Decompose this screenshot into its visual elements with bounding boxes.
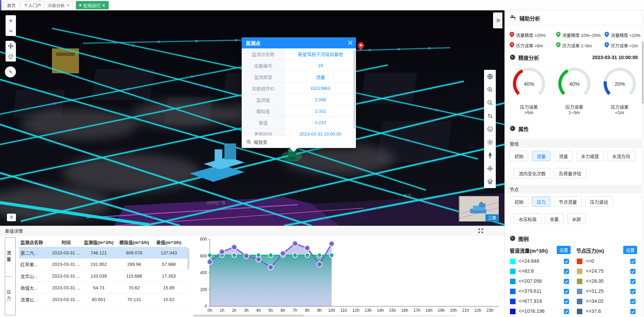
checkbox-checked-icon[interactable] bbox=[564, 259, 569, 264]
table-cell: 2023-03-31 ... bbox=[51, 273, 81, 279]
legend-swatch bbox=[577, 269, 582, 274]
checkbox-checked-icon[interactable] bbox=[564, 279, 569, 284]
layers-icon[interactable] bbox=[484, 175, 496, 188]
legend-item-label: <=677.919 bbox=[519, 298, 542, 304]
checkbox-checked-icon[interactable] bbox=[630, 269, 636, 274]
table-row[interactable]: 第二汽...2023-03-31 ...746.121609.078137.04… bbox=[19, 247, 187, 259]
property-button[interactable]: 负荷量评估 bbox=[554, 168, 586, 178]
property-button[interactable]: 压力 bbox=[532, 196, 551, 207]
checkbox-checked-icon[interactable] bbox=[564, 289, 569, 294]
metric-tab[interactable]: 流量 bbox=[5, 237, 12, 276]
rotate-icon[interactable] bbox=[6, 51, 16, 62]
sidebar-scrollbar[interactable] bbox=[642, 10, 644, 317]
map-nav-control bbox=[6, 41, 16, 62]
collapse-panel-down-button[interactable] bbox=[7, 214, 16, 221]
nav-tab[interactable]: 在线运行 bbox=[76, 1, 109, 9]
checkbox-checked-icon[interactable] bbox=[630, 299, 636, 304]
compass-icon[interactable] bbox=[484, 149, 496, 162]
expand-icon[interactable] bbox=[478, 228, 484, 235]
property-button[interactable]: 水龄 bbox=[567, 214, 586, 224]
compass-reset-button[interactable] bbox=[5, 66, 16, 77]
checkbox-checked-icon[interactable] bbox=[630, 289, 636, 294]
table-cell: 10.52 bbox=[152, 297, 185, 302]
metric-tab[interactable]: 压力 bbox=[5, 276, 12, 315]
gauge-label-line2: >5m bbox=[507, 110, 551, 115]
map-3d-viewport[interactable]: 大时代广场 集团 + − bbox=[0, 10, 504, 226]
map-zoom-out-button[interactable]: − bbox=[6, 26, 16, 36]
property-button[interactable]: 流向变化次数 bbox=[514, 168, 551, 178]
table-row[interactable]: 流潭公...2023-03-31 ...80.65170.13110.52 bbox=[19, 294, 187, 306]
tab-close-icon[interactable] bbox=[102, 4, 105, 7]
legend-swatch bbox=[510, 289, 516, 294]
checkbox-checked-icon[interactable] bbox=[630, 309, 636, 314]
property-button[interactable]: 余氯 bbox=[545, 214, 564, 224]
chart-horizontal-scrollbar[interactable] bbox=[193, 315, 456, 317]
popup-row: 监测类型流量 bbox=[242, 71, 356, 83]
table-row[interactable]: 龙华山...2023-03-31 ...133.039115.68617.353 bbox=[19, 270, 187, 282]
svg-text:800: 800 bbox=[200, 237, 207, 242]
popup-row-value[interactable]: 新星驾校干河培训基地 bbox=[285, 48, 356, 59]
popup-scrollbar[interactable] bbox=[354, 50, 355, 129]
popup-row: 设备编号19 bbox=[242, 60, 356, 71]
close-icon[interactable] bbox=[348, 40, 352, 45]
table-row[interactable]: 红苹果...2023-03-31 ...231.952289.9457.988 bbox=[19, 259, 187, 270]
gauge-icon bbox=[510, 125, 516, 132]
accuracy-legend-label: 压力误差 1~5m bbox=[562, 42, 592, 49]
nav-tab[interactable]: 个人门户 bbox=[20, 1, 45, 9]
property-button[interactable]: 初始 bbox=[510, 151, 528, 161]
locate-icon[interactable] bbox=[484, 162, 496, 175]
table-cell: 第二汽... bbox=[19, 250, 51, 256]
svg-text:400: 400 bbox=[200, 270, 207, 275]
property-button[interactable]: 压力波动 bbox=[585, 196, 613, 207]
collapse-sidebar-button[interactable] bbox=[493, 12, 502, 28]
tab-close-icon[interactable] bbox=[66, 4, 70, 7]
svg-text:8h: 8h bbox=[305, 308, 310, 313]
map-zoom-in-button[interactable]: + bbox=[6, 15, 16, 26]
svg-text:1h: 1h bbox=[220, 308, 224, 313]
popup-row-label: 更新时间 bbox=[242, 128, 285, 136]
accuracy-legend-item: 流量精度 >20% bbox=[510, 32, 546, 38]
property-button[interactable]: 节点流量 bbox=[554, 196, 582, 207]
map-zoom-control: + − bbox=[6, 15, 16, 36]
checkbox-checked-icon[interactable] bbox=[630, 259, 636, 264]
zoom-in-icon[interactable] bbox=[484, 83, 496, 96]
earth-icon[interactable] bbox=[484, 70, 496, 83]
settings-button[interactable]: 设置 bbox=[557, 246, 571, 254]
minimap-mode-label[interactable]: 三维 bbox=[485, 214, 499, 221]
settings-button[interactable]: 设置 bbox=[623, 246, 637, 254]
popup-row-label: 监测值 bbox=[242, 94, 285, 105]
legend-swatch bbox=[510, 259, 516, 264]
faucet-icon bbox=[510, 14, 517, 22]
table-row[interactable]: 商城大...2023-03-31 ...54.7370.6215.89 bbox=[19, 282, 187, 294]
property-button[interactable]: 流速 bbox=[554, 151, 573, 161]
sidebar-title: 辅助分析 bbox=[519, 15, 540, 22]
table-scrollbar[interactable] bbox=[187, 248, 189, 270]
legend-title: 图例 bbox=[518, 235, 529, 242]
zoom-to-button[interactable]: 缩放至 bbox=[242, 136, 356, 148]
property-button[interactable]: 水压标高 bbox=[514, 214, 542, 224]
accuracy-legend-label: 流量精度 10%~20% bbox=[562, 32, 601, 38]
meter-icon[interactable] bbox=[484, 122, 496, 136]
property-button[interactable]: 流量 bbox=[532, 151, 551, 161]
nav-tab[interactable]: 污染分析 bbox=[44, 1, 73, 9]
checkbox-checked-icon[interactable] bbox=[564, 269, 569, 274]
checkbox-checked-icon[interactable] bbox=[564, 309, 569, 314]
property-button[interactable]: 水力坡度 bbox=[576, 151, 604, 161]
swap-vertical-icon[interactable] bbox=[484, 109, 496, 122]
svg-text:22h: 22h bbox=[474, 308, 481, 313]
minimap[interactable]: 三维 bbox=[459, 196, 499, 222]
checkbox-checked-icon[interactable] bbox=[564, 299, 569, 304]
table-header-cell: 模拟值(m^3/h) bbox=[116, 239, 152, 245]
active-dot-icon bbox=[79, 4, 81, 6]
gauge-label-line2: <1m bbox=[598, 110, 642, 115]
checkbox-checked-icon[interactable] bbox=[630, 279, 636, 284]
zoom-out-icon[interactable] bbox=[484, 96, 496, 109]
nav-tab[interactable]: 首页 bbox=[3, 1, 19, 9]
table-header-cell: 监测点名称 bbox=[19, 239, 51, 245]
target-icon[interactable] bbox=[484, 136, 496, 149]
gauge-percent: 40% bbox=[524, 81, 534, 87]
property-button[interactable]: 初始 bbox=[510, 196, 528, 207]
table-cell: 231.952 bbox=[81, 262, 116, 267]
property-button[interactable]: 水流方向 bbox=[607, 151, 635, 161]
accuracy-legend-label: 流量精度 >20% bbox=[516, 32, 546, 38]
